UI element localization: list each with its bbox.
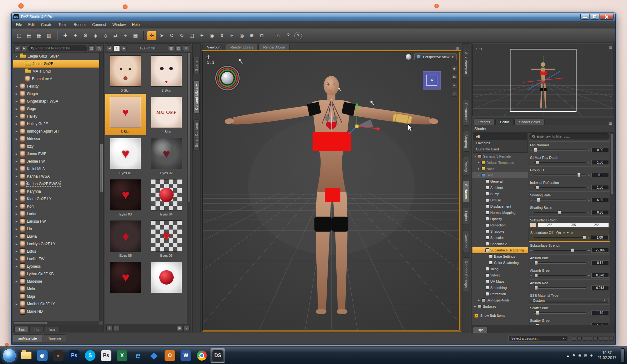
param-slider[interactable] bbox=[534, 312, 586, 314]
thumbnail-0-skin[interactable]: 0 Skin bbox=[105, 53, 146, 94]
grid-view-button[interactable]: ▦ bbox=[168, 45, 174, 51]
gear-icon[interactable]: ⚙ bbox=[571, 231, 573, 234]
next-page-button[interactable]: ▶ bbox=[121, 45, 127, 51]
maximize-button[interactable] bbox=[590, 14, 599, 20]
chevron-down-icon[interactable]: ▼ bbox=[15, 55, 18, 58]
pane-menu-icon[interactable]: ▥ bbox=[609, 45, 612, 49]
shader-item-tiling[interactable]: Tiling bbox=[472, 266, 528, 272]
chevron-right-icon[interactable]: ▶ bbox=[477, 299, 480, 301]
content-tree-hscrollbar[interactable] bbox=[13, 321, 99, 325]
universal-tool-icon[interactable]: ✛ bbox=[147, 31, 156, 40]
chevron-right-icon[interactable]: ▶ bbox=[15, 168, 18, 170]
tree-item-maia[interactable]: Maia bbox=[13, 285, 99, 293]
prev-page-button[interactable]: ◀ bbox=[107, 45, 112, 51]
param-value[interactable]: 1.00 bbox=[591, 160, 609, 165]
slider-decrement[interactable]: − bbox=[530, 173, 533, 177]
param-dropdown[interactable]: Custom▼ bbox=[530, 298, 609, 303]
shader-item-velvet[interactable]: Velvet bbox=[472, 272, 528, 278]
chevron-right-icon[interactable]: ▶ bbox=[15, 220, 18, 223]
thumbnail-eyes-03[interactable]: ♥Eyes 03 bbox=[105, 176, 146, 218]
tray-network-icon[interactable]: ◈ bbox=[590, 353, 593, 357]
slider-decrement[interactable]: − bbox=[530, 161, 533, 164]
shop-icon[interactable]: ⌂ bbox=[273, 31, 283, 40]
spot-render-icon[interactable]: ◘ bbox=[257, 31, 267, 40]
slider-increment[interactable]: + bbox=[588, 274, 590, 277]
chevron-right-icon[interactable]: ▶ bbox=[15, 153, 18, 155]
start-button[interactable] bbox=[3, 349, 16, 362]
help-icon[interactable]: ? bbox=[294, 32, 302, 39]
shader-item-refraction[interactable]: Refraction bbox=[472, 291, 528, 297]
taskbar-photoshop-light-icon[interactable]: Ps bbox=[99, 348, 113, 363]
chevron-right-icon[interactable]: ▶ bbox=[15, 115, 18, 118]
shader-item-ambient[interactable]: Ambient bbox=[472, 185, 528, 191]
lesson-page-button[interactable] bbox=[593, 336, 598, 341]
shader-item-uv-maps[interactable]: UV Maps bbox=[472, 278, 528, 285]
content-search-input[interactable] bbox=[35, 46, 84, 50]
param-value[interactable]: 1.00 bbox=[591, 235, 609, 240]
clock[interactable]: 19:37 21.02.2017 bbox=[598, 351, 616, 360]
pane-menu-icon[interactable]: ▥ bbox=[609, 121, 612, 125]
tree-item-felicity[interactable]: ▶Felicity bbox=[13, 83, 99, 90]
tree-item-karina-gn2f-fwsa[interactable]: ▶Karina Gn2F FWSA bbox=[13, 180, 99, 188]
lesson-page-button[interactable] bbox=[609, 336, 614, 341]
tree-item-karina-fwsa[interactable]: ▶Karina FWSA bbox=[13, 173, 99, 180]
param-value[interactable]: 0.013 bbox=[591, 286, 609, 290]
chevron-right-icon[interactable]: ▶ bbox=[15, 108, 18, 110]
thumbnail-partial[interactable] bbox=[146, 259, 187, 295]
tree-item-iridessa[interactable]: ▶Iridessa bbox=[13, 135, 99, 143]
slider-decrement[interactable]: − bbox=[530, 286, 533, 290]
active-pose-tool-icon[interactable]: ✦ bbox=[197, 31, 206, 40]
lesson-page-button[interactable] bbox=[599, 336, 603, 341]
slider-handle[interactable] bbox=[558, 210, 561, 215]
viewport-canvas[interactable]: 1 : 1 bbox=[203, 52, 459, 330]
chevron-right-icon[interactable]: ▶ bbox=[15, 265, 18, 268]
close-button[interactable] bbox=[600, 14, 614, 20]
aux-viewport-canvas[interactable]: 1 : 1 bbox=[473, 44, 614, 116]
param-slider[interactable] bbox=[534, 187, 586, 188]
taskbar-photoshop-icon[interactable]: Ps bbox=[67, 348, 81, 363]
param-value[interactable]: 0.00 bbox=[591, 148, 609, 152]
checkbox-checked-icon[interactable]: ✓ bbox=[474, 314, 478, 318]
tree-item-hailey[interactable]: ▶Hailey bbox=[13, 113, 99, 120]
tab-viewport[interactable]: Viewport bbox=[202, 44, 225, 50]
taskbar-excel-icon[interactable]: X bbox=[115, 348, 129, 363]
parameters-scrollbar[interactable] bbox=[610, 133, 614, 332]
tab-info[interactable]: Info bbox=[29, 326, 43, 332]
shader-filter-favorites[interactable]: Favorites bbox=[473, 140, 527, 146]
shader-item-specular-2[interactable]: Specular 2 bbox=[472, 241, 528, 247]
save-all-icon[interactable]: ▩ bbox=[44, 31, 54, 40]
tab-presets[interactable]: Presets bbox=[474, 119, 495, 125]
tree-item-lotus[interactable]: ▶Lotus bbox=[13, 248, 99, 255]
taskbar-dropbox-icon[interactable]: ◆ bbox=[147, 348, 161, 363]
heart-icon[interactable]: ♥ bbox=[567, 231, 568, 234]
lesson-page-button[interactable] bbox=[583, 336, 587, 341]
chevron-right-icon[interactable]: ▶ bbox=[15, 303, 18, 306]
filter-box[interactable] bbox=[529, 133, 609, 139]
lesson-page-button[interactable] bbox=[572, 336, 576, 341]
filter-input[interactable] bbox=[537, 134, 607, 138]
chevron-down-icon[interactable]: ▼ bbox=[477, 174, 480, 176]
thumbnail-scrollbar[interactable] bbox=[187, 53, 191, 324]
tab-tips[interactable]: Tips bbox=[14, 326, 29, 332]
tab-tags[interactable]: Tags bbox=[44, 326, 59, 332]
param-slider[interactable] bbox=[534, 149, 586, 151]
taskbar-media-player-icon[interactable]: ◉ bbox=[35, 348, 49, 363]
thumbnail-eyes-05[interactable]: ♦Eyes 05 bbox=[105, 218, 146, 259]
slider-handle[interactable] bbox=[534, 273, 538, 277]
slider-increment[interactable]: + bbox=[588, 211, 590, 215]
chevron-right-icon[interactable]: ▶ bbox=[15, 130, 18, 133]
tree-item-immogen-aprilysh[interactable]: ▶Immogen AprilYSH bbox=[13, 128, 99, 135]
shader-item-skin[interactable]: ▼Skin bbox=[472, 172, 528, 178]
shader-item-shadows[interactable]: Shadows bbox=[472, 228, 528, 235]
thumbnail-eyes-01[interactable]: ♥Eyes 01 bbox=[105, 135, 146, 176]
slider-decrement[interactable]: − bbox=[530, 186, 533, 190]
shader-item-surfaces[interactable]: ▶Surfaces bbox=[472, 303, 528, 310]
slider-increment[interactable]: + bbox=[588, 198, 590, 202]
tab-timeline[interactable]: Timeline bbox=[43, 334, 66, 342]
whats-this-icon[interactable]: ? bbox=[283, 31, 293, 40]
taskbar-windows-explorer-icon[interactable] bbox=[19, 348, 33, 363]
tree-item-elegia-gn2f-silver[interactable]: ▼Elegia Gn2F Silver bbox=[13, 53, 99, 60]
measure-metrics-icon[interactable]: ⌖ bbox=[121, 31, 130, 40]
thumbnail-partial[interactable]: ♥ bbox=[105, 259, 146, 295]
param-value[interactable]: 1.30 bbox=[591, 185, 609, 190]
